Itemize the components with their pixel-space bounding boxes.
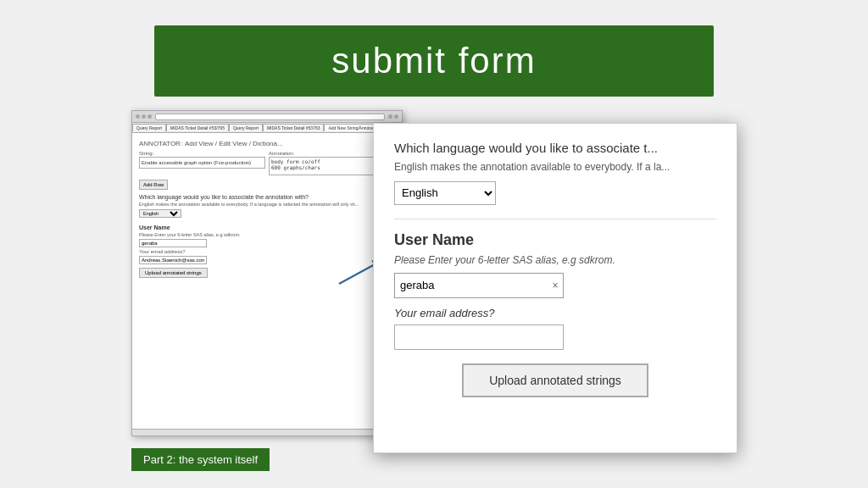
browser-control-3 (147, 114, 152, 119)
header-banner: submit form (154, 25, 714, 97)
modal-divider (394, 219, 716, 219)
modal-body: Which language would you like to associa… (374, 124, 737, 414)
browser-tab-3[interactable]: Query Report (229, 124, 263, 131)
add-row-button[interactable]: Add Row (139, 180, 168, 190)
browser-icon-1 (388, 114, 392, 119)
username-input-small[interactable] (139, 239, 207, 247)
modal-dialog: Which language would you like to associa… (373, 123, 737, 453)
bottom-label: Part 2: the system itself (131, 448, 270, 471)
modal-email-label: Your email address? (394, 307, 716, 319)
username-desc-small: Please Enter your 6-letter SAS alias, e.… (139, 232, 395, 237)
browser-scrollbar[interactable] (132, 429, 402, 435)
annotator-title: ANNOTATOR: Add View / Edit View / Dictio… (139, 138, 395, 147)
browser-tab-4[interactable]: MIDAS Ticket Detail #53763 (263, 124, 325, 131)
browser-chrome (132, 111, 402, 123)
modal-username-input[interactable] (395, 274, 548, 297)
modal-language-desc: English makes the annotation available t… (394, 160, 716, 175)
language-select-small[interactable]: English (139, 209, 181, 218)
browser-tab-2[interactable]: MIDAS Ticket Detail #53/795 (166, 124, 229, 131)
modal-language-title: Which language would you like to associa… (394, 141, 716, 155)
browser-control-1 (136, 114, 140, 119)
string-label: String: (139, 151, 265, 156)
language-desc: English makes the annotation available t… (139, 202, 395, 207)
language-section-title: Which language would you like to associa… (139, 194, 395, 200)
page-title: submit form (188, 41, 680, 81)
browser-control-2 (142, 114, 146, 119)
username-clear-button[interactable]: × (548, 274, 563, 297)
browser-icon-2 (394, 114, 398, 119)
string-input[interactable] (139, 157, 265, 169)
browser-tabs: Query Report MIDAS Ticket Detail #53/795… (132, 123, 402, 133)
browser-url-bar[interactable] (155, 114, 385, 120)
modal-email-input[interactable] (394, 324, 564, 350)
modal-username-title: User Name (394, 231, 716, 249)
browser-tab-1[interactable]: Query Report (132, 124, 166, 131)
modal-language-select[interactable]: English (394, 181, 496, 205)
upload-btn-small[interactable]: Upload annotated strings (139, 268, 208, 278)
modal-username-section: User Name Please Enter your 6-letter SAS… (394, 231, 716, 350)
username-input-wrapper: × (394, 273, 564, 298)
modal-language-section: Which language would you like to associa… (394, 141, 716, 205)
modal-username-desc: Please Enter your 6-letter SAS alias, e.… (394, 254, 716, 266)
username-label-small: User Name (139, 225, 395, 230)
email-input-small[interactable] (139, 256, 207, 264)
modal-upload-button[interactable]: Upload annotated strings (462, 363, 648, 397)
